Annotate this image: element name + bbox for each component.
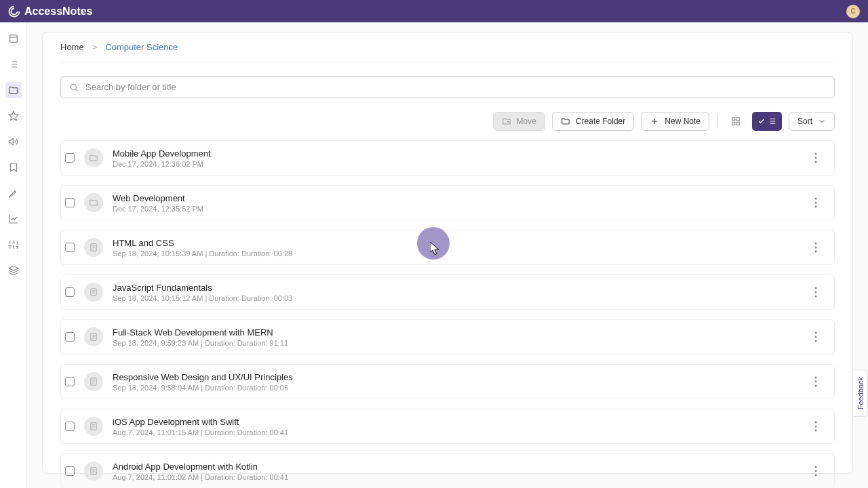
svg-point-18 bbox=[815, 291, 817, 293]
item-subtitle: Dec 17, 2024, 12:36:02 PM bbox=[113, 160, 797, 168]
logo[interactable]: AccessNotes bbox=[8, 5, 93, 18]
note-icon bbox=[84, 327, 103, 346]
checkbox[interactable] bbox=[65, 332, 75, 342]
list-item[interactable]: Web DevelopmentDec 17, 2024, 12:35:52 PM bbox=[60, 185, 835, 220]
list-item[interactable]: Android App Development with KotlinAug 7… bbox=[60, 453, 835, 488]
toolbar-sep bbox=[717, 114, 718, 129]
feedback-tab[interactable]: Feedback bbox=[854, 369, 868, 417]
item-title: Android App Development with Kotlin bbox=[113, 462, 797, 472]
svg-point-31 bbox=[815, 430, 817, 432]
checkbox[interactable] bbox=[65, 466, 75, 476]
move-button: Move bbox=[493, 112, 545, 131]
svg-point-17 bbox=[815, 287, 817, 289]
logo-icon bbox=[8, 5, 20, 18]
item-list: Mobile App DevelopmentDec 17, 2024, 12:3… bbox=[60, 140, 835, 488]
sidebar-item-home[interactable] bbox=[5, 30, 22, 47]
svg-point-8 bbox=[815, 161, 817, 163]
sidebar-item-list[interactable] bbox=[5, 56, 22, 73]
folder-icon bbox=[84, 193, 103, 212]
list-item[interactable]: JavaScript FundamentalsSep 18, 2024, 10:… bbox=[60, 274, 835, 310]
sidebar-item-sliders[interactable] bbox=[5, 237, 22, 253]
svg-point-30 bbox=[815, 426, 817, 428]
list-item[interactable]: HTML and CSSSep 18, 2024, 10:15:39 AM | … bbox=[60, 230, 835, 265]
list-item[interactable]: Mobile App DevelopmentDec 17, 2024, 12:3… bbox=[60, 140, 835, 176]
new-note-button[interactable]: New Note bbox=[641, 112, 709, 131]
sidebar-item-audio[interactable] bbox=[5, 134, 22, 150]
svg-point-27 bbox=[815, 385, 817, 387]
list-item[interactable]: iOS App Development with SwiftAug 7, 202… bbox=[60, 409, 835, 444]
svg-point-23 bbox=[815, 340, 817, 342]
sidebar bbox=[0, 22, 27, 488]
checkbox[interactable] bbox=[65, 287, 75, 297]
item-title: Mobile App Development bbox=[113, 148, 797, 159]
svg-point-15 bbox=[815, 251, 817, 253]
svg-rect-2 bbox=[732, 118, 735, 121]
item-title: HTML and CSS bbox=[113, 238, 797, 248]
plus-icon bbox=[650, 117, 659, 126]
sidebar-item-bookmark[interactable] bbox=[5, 159, 22, 176]
checkbox[interactable] bbox=[65, 422, 75, 431]
item-body: HTML and CSSSep 18, 2024, 10:15:39 AM | … bbox=[113, 238, 797, 258]
item-title: Full-Stack Web Development with MERN bbox=[113, 327, 797, 338]
svg-rect-0 bbox=[9, 35, 17, 43]
list-view-button[interactable] bbox=[752, 112, 782, 131]
checkbox[interactable] bbox=[65, 198, 75, 207]
checkbox[interactable] bbox=[65, 153, 75, 163]
svg-point-34 bbox=[815, 470, 817, 472]
svg-rect-3 bbox=[736, 118, 739, 121]
sidebar-item-layers[interactable] bbox=[5, 262, 22, 279]
sidebar-item-folders[interactable] bbox=[5, 82, 22, 98]
more-button[interactable] bbox=[807, 415, 825, 437]
note-icon bbox=[84, 417, 103, 436]
item-subtitle: Sep 18, 2024, 10:15:12 AM | Duration: Du… bbox=[113, 294, 797, 302]
breadcrumb-sep: > bbox=[92, 42, 98, 52]
svg-point-11 bbox=[815, 206, 817, 208]
new-note-label: New Note bbox=[665, 117, 701, 126]
item-body: JavaScript FundamentalsSep 18, 2024, 10:… bbox=[113, 283, 797, 302]
item-body: iOS App Development with SwiftAug 7, 202… bbox=[113, 417, 797, 436]
search-box[interactable] bbox=[60, 76, 835, 98]
sort-button[interactable]: Sort bbox=[789, 112, 835, 131]
svg-point-6 bbox=[815, 153, 817, 155]
more-button[interactable] bbox=[807, 192, 825, 214]
breadcrumb-home[interactable]: Home bbox=[60, 42, 84, 52]
item-title: JavaScript Fundamentals bbox=[113, 283, 797, 293]
item-body: Full-Stack Web Development with MERNSep … bbox=[113, 327, 797, 347]
more-button[interactable] bbox=[807, 147, 825, 169]
list-item[interactable]: Responsive Web Design and UX/UI Principl… bbox=[60, 364, 835, 399]
more-button[interactable] bbox=[807, 281, 825, 303]
more-button[interactable] bbox=[807, 326, 825, 348]
item-subtitle: Aug 7, 2024, 11:01:15 AM | Duration: Dur… bbox=[113, 428, 797, 436]
checkbox[interactable] bbox=[65, 377, 75, 386]
breadcrumb-current[interactable]: Computer Science bbox=[105, 42, 178, 52]
svg-point-26 bbox=[815, 381, 817, 383]
checkbox[interactable] bbox=[65, 243, 75, 252]
svg-point-13 bbox=[815, 243, 817, 245]
breadcrumb: Home > Computer Science bbox=[60, 42, 835, 62]
avatar[interactable]: C bbox=[846, 5, 860, 18]
list-item[interactable]: Full-Stack Web Development with MERNSep … bbox=[60, 319, 835, 354]
main-panel: Home > Computer Science Move Create Fold… bbox=[42, 32, 853, 474]
svg-rect-5 bbox=[736, 122, 739, 125]
item-subtitle: Sep 18, 2024, 9:59:23 AM | Duration: Dur… bbox=[113, 339, 797, 347]
app-header: AccessNotes C bbox=[0, 0, 868, 22]
svg-point-10 bbox=[815, 202, 817, 204]
item-body: Android App Development with KotlinAug 7… bbox=[113, 462, 797, 481]
item-body: Web DevelopmentDec 17, 2024, 12:35:52 PM bbox=[113, 193, 797, 213]
sidebar-item-edit[interactable] bbox=[5, 185, 22, 201]
create-folder-button[interactable]: Create Folder bbox=[552, 112, 634, 131]
move-icon bbox=[502, 117, 511, 126]
more-button[interactable] bbox=[807, 371, 825, 392]
svg-rect-4 bbox=[732, 122, 735, 125]
item-subtitle: Dec 17, 2024, 12:35:52 PM bbox=[113, 205, 797, 213]
svg-point-22 bbox=[815, 336, 817, 338]
svg-point-1 bbox=[71, 84, 76, 89]
search-input[interactable] bbox=[85, 82, 826, 92]
item-body: Responsive Web Design and UX/UI Principl… bbox=[113, 372, 797, 392]
grid-view-button[interactable] bbox=[726, 112, 745, 131]
sidebar-item-analytics[interactable] bbox=[5, 211, 22, 227]
more-button[interactable] bbox=[807, 460, 825, 482]
svg-point-19 bbox=[815, 296, 817, 298]
more-button[interactable] bbox=[807, 237, 825, 258]
sidebar-item-star[interactable] bbox=[5, 108, 22, 124]
